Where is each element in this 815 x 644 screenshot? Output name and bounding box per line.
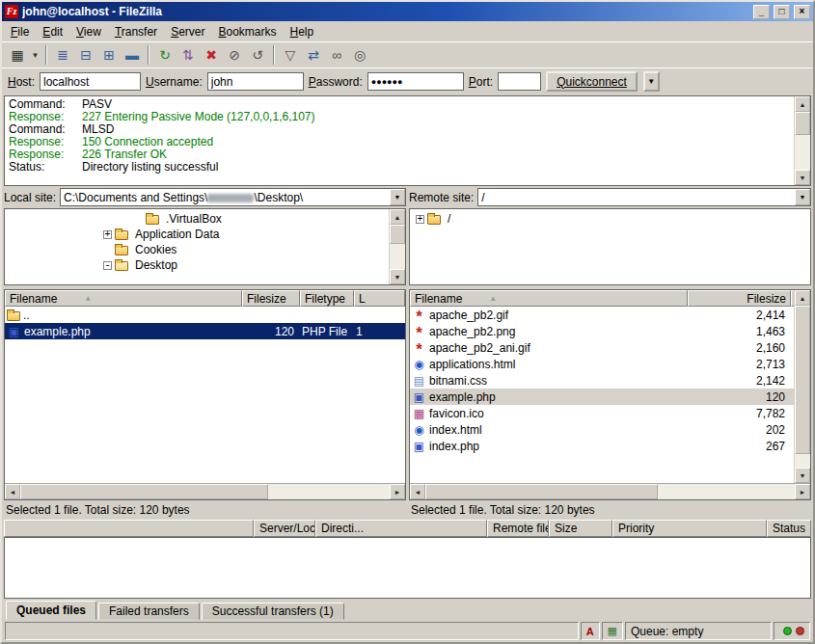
menu-item[interactable]: Edit <box>36 22 69 41</box>
tab[interactable]: Failed transfers <box>98 603 200 620</box>
scroll-up-icon[interactable]: ▲ <box>795 96 810 112</box>
queue-column-header[interactable]: Directi... <box>315 520 487 537</box>
file-row[interactable]: .. <box>5 307 405 323</box>
tree-expander[interactable]: - <box>103 261 112 270</box>
queue-column-header[interactable]: Status <box>767 520 811 537</box>
file-row[interactable]: apache_pb2.png 1,463 <box>410 323 794 339</box>
scrollbar-thumb[interactable] <box>20 484 268 499</box>
tree-item[interactable]: .VirtualBox <box>5 211 405 227</box>
local-tree[interactable]: ▲ ▼ .VirtualBox + Application Data <box>4 208 406 285</box>
queue-column-header[interactable]: Server/Local file <box>254 520 315 537</box>
menu-item[interactable]: File <box>4 22 36 41</box>
compare-button[interactable]: ⇄ <box>302 44 325 66</box>
scrollbar-thumb[interactable] <box>390 225 405 244</box>
sync-browse-button[interactable]: ∞ <box>325 44 348 66</box>
scroll-down-icon[interactable]: ▼ <box>795 170 810 185</box>
scroll-up-icon[interactable]: ▲ <box>795 290 810 306</box>
scrollbar-track[interactable] <box>658 484 795 499</box>
local-site-combo[interactable]: C:\Documents and Settings\\Desktop\ ▼ <box>60 188 406 206</box>
column-header-filename[interactable]: Filename▲ <box>410 290 688 307</box>
column-header-filesize[interactable]: Filesize <box>242 290 300 307</box>
maximize-button[interactable]: □ <box>774 5 790 19</box>
menu-item[interactable]: Bookmarks <box>211 22 283 41</box>
remote-file-rows[interactable]: apache_pb2.gif 2,414 apache_pb2.png 1,46… <box>410 307 794 483</box>
file-row[interactable]: index.php 267 <box>410 438 794 454</box>
cancel-button[interactable]: ✖ <box>200 44 223 66</box>
process-queue-button[interactable]: ⇅ <box>177 44 200 66</box>
tree-item[interactable]: Cookies <box>5 242 405 257</box>
scroll-left-icon[interactable]: ◄ <box>410 484 425 499</box>
scroll-down-icon[interactable]: ▼ <box>795 468 810 483</box>
remote-site-combo[interactable]: / ▼ <box>477 188 811 206</box>
local-file-rows[interactable]: .. example.php 120 PHP File 1 <box>5 307 405 483</box>
log-scrollbar[interactable]: ▲ ▼ <box>794 96 810 185</box>
file-row[interactable]: applications.html 2,713 <box>410 356 794 372</box>
scroll-right-icon[interactable]: ► <box>795 484 810 499</box>
column-header-filename[interactable]: Filename▲ <box>5 290 242 307</box>
remote-h-scrollbar[interactable]: ◄ ► <box>410 483 810 499</box>
port-input[interactable] <box>498 72 541 91</box>
file-row[interactable]: example.php 120 <box>410 389 794 405</box>
file-row[interactable]: apache_pb2_ani.gif 2,160 <box>410 339 794 356</box>
minimize-button[interactable]: _ <box>753 5 770 19</box>
file-row[interactable]: example.php 120 PHP File 1 <box>5 323 405 339</box>
menu-item[interactable]: Transfer <box>108 22 164 41</box>
scroll-right-icon[interactable]: ► <box>390 484 405 499</box>
refresh-button[interactable]: ↻ <box>153 44 177 66</box>
tab[interactable]: Queued files <box>6 601 96 620</box>
filter-button[interactable]: ▽ <box>279 44 302 66</box>
site-manager-dropdown[interactable]: ▼ <box>29 44 41 66</box>
username-input[interactable] <box>207 72 304 91</box>
host-input[interactable] <box>40 72 141 91</box>
toggle-local-tree-button[interactable]: ⊟ <box>74 44 97 66</box>
menu-item[interactable]: View <box>69 22 108 41</box>
tree-item[interactable]: + Application Data <box>5 227 405 242</box>
toggle-remote-tree-button[interactable]: ⊞ <box>97 44 121 66</box>
scroll-left-icon[interactable]: ◄ <box>5 484 20 499</box>
scrollbar-thumb[interactable] <box>795 306 810 454</box>
menu-item[interactable]: Help <box>284 22 321 41</box>
tree-item[interactable]: + / <box>410 211 810 227</box>
close-button[interactable]: × <box>794 5 810 19</box>
tree-expander[interactable]: + <box>103 230 112 239</box>
find-button[interactable]: ◎ <box>348 44 371 66</box>
disconnect-button[interactable]: ⊘ <box>223 44 246 66</box>
scrollbar-track[interactable] <box>795 135 810 170</box>
queue-column-header[interactable]: Remote file <box>487 520 549 537</box>
reconnect-button[interactable]: ↺ <box>246 44 269 66</box>
site-manager-button[interactable]: ▦ <box>6 44 29 66</box>
queue-list[interactable] <box>4 537 811 599</box>
tab[interactable]: Successful transfers (1) <box>202 603 344 620</box>
scrollbar-track[interactable] <box>268 484 390 499</box>
tree-expander[interactable]: + <box>416 215 424 224</box>
quickconnect-button[interactable]: Quickconnect <box>546 71 638 92</box>
file-row[interactable]: index.html 202 <box>410 421 794 438</box>
file-row[interactable]: bitnami.css 2,142 <box>410 372 794 389</box>
local-tree-scrollbar[interactable]: ▲ ▼ <box>389 209 405 284</box>
queue-column-header[interactable]: Size <box>549 520 612 537</box>
file-row[interactable]: favicon.ico 7,782 <box>410 405 794 421</box>
message-log[interactable]: ▲ ▼ Command: PASV Response: 227 Entering… <box>4 95 811 186</box>
toggle-queue-button[interactable]: ▬ <box>121 44 144 66</box>
password-input[interactable] <box>367 72 464 91</box>
toggle-message-log-button[interactable]: ≣ <box>51 44 74 66</box>
scroll-up-icon[interactable]: ▲ <box>390 209 405 225</box>
column-header-lastmodified[interactable]: L <box>354 290 405 307</box>
chevron-down-icon[interactable]: ▼ <box>390 189 405 205</box>
scrollbar-track[interactable] <box>390 244 405 269</box>
scrollbar-thumb[interactable] <box>795 112 810 135</box>
scrollbar-track[interactable] <box>795 454 810 468</box>
column-header-filetype[interactable]: Filetype <box>300 290 354 307</box>
tree-item[interactable]: - Desktop <box>5 257 405 273</box>
scroll-down-icon[interactable]: ▼ <box>390 269 405 284</box>
local-h-scrollbar[interactable]: ◄ ► <box>5 483 405 499</box>
chevron-down-icon[interactable]: ▼ <box>795 189 810 205</box>
file-row[interactable]: apache_pb2.gif 2,414 <box>410 307 794 323</box>
quickconnect-dropdown[interactable]: ▼ <box>643 71 660 92</box>
queue-column-header[interactable]: Priority <box>612 520 767 537</box>
menu-item[interactable]: Server <box>164 22 211 41</box>
remote-tree[interactable]: + / <box>409 208 811 285</box>
remote-v-scrollbar[interactable]: ▲ ▼ <box>794 290 810 483</box>
column-header-filesize[interactable]: Filesize <box>688 290 791 307</box>
scrollbar-thumb[interactable] <box>425 484 658 499</box>
